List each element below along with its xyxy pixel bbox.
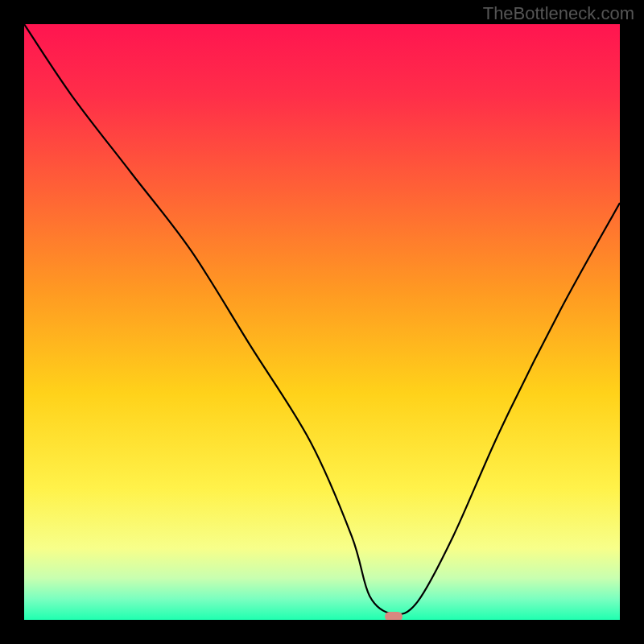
bottleneck-chart — [24, 24, 620, 620]
optimal-marker — [385, 612, 402, 620]
watermark-text: TheBottleneck.com — [483, 3, 634, 24]
bottleneck-curve — [24, 24, 620, 620]
